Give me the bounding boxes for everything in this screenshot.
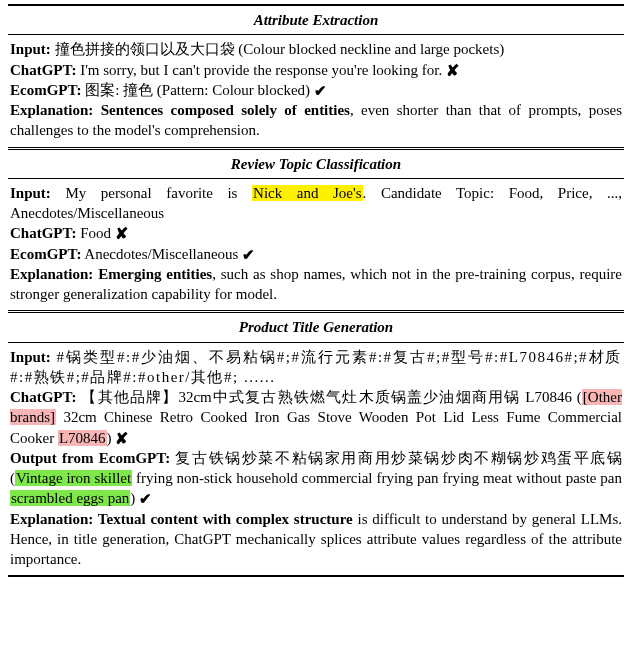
section-review-topic: Input: My personal favorite is Nick and … bbox=[8, 179, 624, 311]
explanation-label: Explanation: bbox=[10, 266, 93, 282]
section-attribute-extraction: Input: 撞色拼接的领口以及大口袋 (Colour blocked neck… bbox=[8, 35, 624, 146]
chatgpt-pre: 【其他品牌】32cm中式复古熟铁燃气灶木质锅盖少油烟商用锅 L70846 ( bbox=[76, 389, 581, 405]
attr-ecom-line: EcomGPT: 图案: 撞色 (Pattern: Colour blocked… bbox=[10, 80, 622, 100]
rule-double bbox=[8, 147, 624, 150]
review-ecom-line: EcomGPT: Anecdotes/Miscellaneous ✔ bbox=[10, 244, 622, 264]
ecom-mid1: frying non-stick household commercial fr… bbox=[132, 470, 622, 486]
review-explanation: Explanation: Emerging entities, such as … bbox=[10, 264, 622, 305]
chatgpt-label: ChatGPT: bbox=[10, 62, 76, 78]
section-title-product-title-gen: Product Title Generation bbox=[8, 313, 624, 341]
section-title-review-topic: Review Topic Classification bbox=[8, 150, 624, 178]
explanation-bold: Textual content with complex structure bbox=[93, 511, 352, 527]
cross-icon: ✘ bbox=[446, 63, 459, 79]
input-text: 撞色拼接的领口以及大口袋 (Colour blocked neckline an… bbox=[51, 41, 504, 57]
review-chatgpt-line: ChatGPT: Food ✘ bbox=[10, 223, 622, 243]
highlight-red: L70846 bbox=[58, 430, 107, 446]
input-pre: My personal favorite is bbox=[51, 185, 252, 201]
input-label: Input: bbox=[10, 41, 51, 57]
chatgpt-label: ChatGPT: bbox=[10, 389, 76, 405]
ecomgpt-text: 图案: 撞色 (Pattern: Colour blocked) bbox=[81, 82, 313, 98]
explanation-bold: Sentences composed solely of entities bbox=[93, 102, 350, 118]
attr-explanation: Explanation: Sentences composed solely o… bbox=[10, 100, 622, 141]
review-input-line: Input: My personal favorite is Nick and … bbox=[10, 183, 622, 224]
chatgpt-post: ) bbox=[107, 430, 116, 446]
rule-bottom bbox=[8, 575, 624, 577]
section-title-attribute-extraction: Attribute Extraction bbox=[8, 6, 624, 34]
highlight-green: scrambled eggs pan bbox=[10, 490, 130, 506]
ecom-post: ) bbox=[130, 490, 139, 506]
check-icon: ✔ bbox=[314, 84, 327, 99]
ecomgpt-output-label: Output from EcomGPT: bbox=[10, 450, 170, 466]
highlight-green: Vintage iron skillet bbox=[15, 470, 132, 486]
gen-ecom-line: Output from EcomGPT: 复古铁锅炒菜不粘锅家用商用炒菜锅炒肉不… bbox=[10, 448, 622, 509]
ecomgpt-label: EcomGPT: bbox=[10, 82, 81, 98]
cross-icon: ✘ bbox=[115, 226, 128, 242]
document-root: Attribute Extraction Input: 撞色拼接的领口以及大口袋… bbox=[0, 0, 632, 583]
chatgpt-text: Food bbox=[76, 225, 114, 241]
gen-chatgpt-line: ChatGPT: 【其他品牌】32cm中式复古熟铁燃气灶木质锅盖少油烟商用锅 L… bbox=[10, 387, 622, 448]
attr-chatgpt-line: ChatGPT: I'm sorry, but I can't provide … bbox=[10, 60, 622, 80]
cross-icon: ✘ bbox=[115, 431, 128, 447]
input-text: #锅类型#:#少油烟、不易粘锅#;#流行元素#:#复古#;#型号#:#L7084… bbox=[10, 349, 622, 385]
chatgpt-label: ChatGPT: bbox=[10, 225, 76, 241]
highlight-yellow: Nick and Joe's bbox=[252, 185, 363, 201]
check-icon: ✔ bbox=[242, 248, 255, 263]
check-icon: ✔ bbox=[139, 492, 152, 507]
input-label: Input: bbox=[10, 349, 51, 365]
ecomgpt-text: Anecdotes/Miscellaneous bbox=[81, 246, 242, 262]
explanation-label: Explanation: bbox=[10, 511, 93, 527]
ecomgpt-label: EcomGPT: bbox=[10, 246, 81, 262]
explanation-label: Explanation: bbox=[10, 102, 93, 118]
explanation-bold: Emerging entities bbox=[93, 266, 212, 282]
chatgpt-text: I'm sorry, but I can't provide the respo… bbox=[76, 62, 446, 78]
attr-input-line: Input: 撞色拼接的领口以及大口袋 (Colour blocked neck… bbox=[10, 39, 622, 59]
rule-double bbox=[8, 310, 624, 313]
gen-input-line: Input: #锅类型#:#少油烟、不易粘锅#;#流行元素#:#复古#;#型号#… bbox=[10, 347, 622, 388]
gen-explanation: Explanation: Textual content with comple… bbox=[10, 509, 622, 570]
section-product-title-gen: Input: #锅类型#:#少油烟、不易粘锅#;#流行元素#:#复古#;#型号#… bbox=[8, 343, 624, 576]
input-label: Input: bbox=[10, 185, 51, 201]
